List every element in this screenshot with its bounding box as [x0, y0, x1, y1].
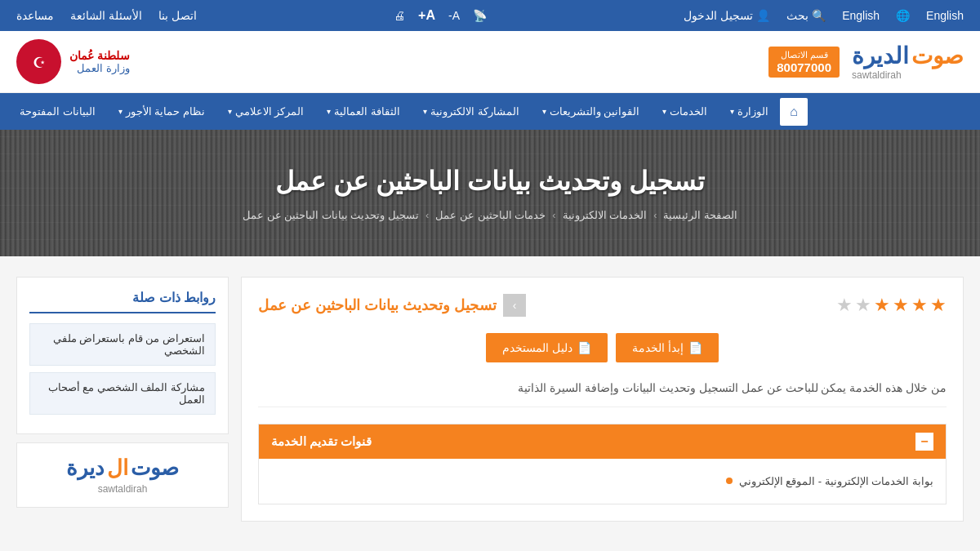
guide-icon: 📄 — [577, 341, 591, 354]
sawtaldirah-header-logo: صوت الديرة sawtaldirah — [852, 42, 964, 81]
nav-label-ministry: الوزارة — [737, 105, 768, 118]
star-2: ★ — [911, 295, 928, 316]
star-5: ★ — [855, 295, 871, 316]
related-link-2[interactable]: مشاركة الملف الشخصي مع أصحاب العمل — [29, 372, 216, 415]
sawt-sub-text: sawtaldirah — [852, 69, 964, 81]
breadcrumb: الصفحة الرئيسية › الخدمات الالكترونية › … — [243, 209, 737, 221]
service-title-block: › تسجيل وتحديث بيانات الباحثين عن عمل — [258, 294, 526, 317]
nav-item-wages[interactable]: نظام حماية الأجور ▾ — [107, 96, 216, 127]
phone-number: 80077000 — [777, 60, 831, 74]
caret-icon: ▾ — [327, 107, 331, 116]
header: صوت الديرة sawtaldirah قسم الاتصال 80077… — [0, 31, 980, 93]
star-1: ★ — [930, 295, 947, 316]
nav-label-laws: القوانين والتشريعات — [550, 105, 640, 118]
breadcrumb-sep: › — [653, 209, 657, 221]
sidebar: روابط ذات صلة استعراض من قام باستعراض مل… — [16, 277, 229, 522]
channels-body: بوابة الخدمات الإلكترونية - الموقع الإلك… — [259, 459, 946, 504]
oman-emblem: ☪ — [16, 39, 61, 84]
nav-label-wages: نظام حماية الأجور — [126, 105, 205, 118]
font-decrease-btn[interactable]: A- — [448, 9, 460, 22]
nav-item-opendata[interactable]: البيانات المفتوحة — [8, 96, 107, 127]
start-label: إبدأ الخدمة — [632, 341, 684, 354]
phone-label: قسم الاتصال — [777, 50, 831, 60]
top-bar-right: اتصل بنا الأسئلة الشائعة مساعدة — [16, 9, 197, 22]
caret-icon: ▾ — [730, 107, 734, 116]
service-title: تسجيل وتحديث بيانات الباحثين عن عمل — [258, 296, 497, 314]
channel-bullet — [726, 478, 733, 484]
sawtaldirah-sidebar-box: صوت ال ديرة sawtaldirah — [16, 442, 229, 508]
hero-title: تسجيل وتحديث بيانات الباحثين عن عمل — [243, 166, 737, 197]
ministry-logo: سلطنة عُمان وزارة العمل ☪ — [16, 39, 130, 84]
caret-icon: ▾ — [228, 107, 232, 116]
related-links-box: روابط ذات صلة استعراض من قام باستعراض مل… — [16, 277, 229, 434]
top-bar-center: 📡 A- A+ 🖨 — [394, 8, 487, 23]
hero-banner: تسجيل وتحديث بيانات الباحثين عن عمل الصف… — [0, 130, 980, 256]
sawtaldirah-dirah: ديرة — [66, 455, 105, 481]
star-4: ★ — [874, 295, 890, 316]
contact-link[interactable]: اتصل بنا — [158, 9, 197, 22]
faq-link[interactable]: الأسئلة الشائعة — [70, 9, 142, 22]
header-right: صوت الديرة sawtaldirah قسم الاتصال 80077… — [768, 42, 964, 81]
login-label: تسجيل الدخول — [684, 9, 753, 22]
sawt-orange-text: صوت — [911, 42, 964, 69]
nav-item-culture[interactable]: الثقافة العمالية ▾ — [315, 96, 412, 127]
ministry-line2: وزارة العمل — [69, 62, 130, 74]
print-icon[interactable]: 🖨 — [394, 9, 405, 22]
search-label: بحث — [786, 9, 808, 22]
ministry-line1: سلطنة عُمان — [69, 49, 130, 62]
svg-text:☪: ☪ — [33, 55, 46, 71]
breadcrumb-current: تسجيل وتحديث بيانات الباحثين عن عمل — [243, 209, 419, 221]
nav-label-participation: المشاركة الالكترونية — [430, 105, 519, 118]
nav-item-media[interactable]: المركز الاعلامي ▾ — [216, 96, 316, 127]
channels-header: − قنوات تقديم الخدمة — [259, 424, 946, 459]
breadcrumb-sep: › — [552, 209, 555, 221]
hero-content: تسجيل وتحديث بيانات الباحثين عن عمل الصف… — [243, 166, 737, 221]
star-3: ★ — [893, 295, 909, 316]
nav-item-participation[interactable]: المشاركة الالكترونية ▾ — [412, 96, 531, 127]
font-increase-btn[interactable]: A+ — [418, 8, 435, 23]
search-link[interactable]: 🔍 بحث — [786, 9, 826, 22]
channel-item: بوابة الخدمات الإلكترونية - الموقع الإلك… — [271, 471, 933, 491]
top-bar-left: English 🌐 English 🔍 بحث 👤 تسجيل الدخول — [684, 9, 964, 22]
sawtaldirah-logo: صوت ال ديرة sawtaldirah — [29, 455, 216, 495]
sawtaldirah-sub: sawtaldirah — [98, 483, 148, 495]
star-6: ★ — [836, 295, 853, 316]
language-switch[interactable]: English — [926, 9, 964, 22]
caret-icon: ▾ — [423, 107, 427, 116]
main-content: ★ ★ ★ ★ ★ ★ › تسجيل وتحديث بيانات الباحث… — [0, 256, 980, 542]
nav-label-services: الخدمات — [670, 105, 707, 118]
channels-title: قنوات تقديم الخدمة — [271, 434, 372, 449]
help-link[interactable]: مساعدة — [16, 9, 54, 22]
rss-icon[interactable]: 📡 — [473, 9, 487, 22]
breadcrumb-home[interactable]: الصفحة الرئيسية — [663, 209, 737, 221]
rating-stars: ★ ★ ★ ★ ★ ★ — [836, 295, 947, 316]
user-icon: 👤 — [756, 9, 770, 22]
channels-toggle-btn[interactable]: − — [915, 433, 933, 451]
service-header: ★ ★ ★ ★ ★ ★ › تسجيل وتحديث بيانات الباحث… — [258, 294, 947, 317]
related-title: روابط ذات صلة — [29, 290, 216, 313]
service-arrow-btn[interactable]: › — [503, 294, 526, 317]
search-icon: 🔍 — [812, 9, 826, 22]
nav-item-laws[interactable]: القوانين والتشريعات ▾ — [531, 96, 652, 127]
language-globe-icon: 🌐 — [896, 9, 910, 22]
service-description: من خلال هذه الخدمة يمكن للباحث عن عمل ال… — [258, 379, 947, 407]
login-link[interactable]: 👤 تسجيل الدخول — [684, 9, 770, 22]
nav-label-media: المركز الاعلامي — [235, 105, 305, 118]
caret-icon: ▾ — [542, 107, 546, 116]
header-left: سلطنة عُمان وزارة العمل ☪ — [16, 39, 130, 84]
related-link-1[interactable]: استعراض من قام باستعراض ملفي الشخصي — [29, 323, 216, 366]
top-bar: English 🌐 English 🔍 بحث 👤 تسجيل الدخول 📡… — [0, 0, 980, 31]
start-service-button[interactable]: 📄 إبدأ الخدمة — [616, 333, 719, 362]
content-area: ★ ★ ★ ★ ★ ★ › تسجيل وتحديث بيانات الباحث… — [241, 277, 964, 522]
breadcrumb-eservices[interactable]: الخدمات الالكترونية — [563, 209, 648, 221]
sawtaldirah-sawt: صوت — [131, 455, 179, 481]
nav-home-button[interactable]: ⌂ — [780, 98, 808, 126]
breadcrumb-jobseekers[interactable]: خدمات الباحثين عن عمل — [435, 209, 546, 221]
language-label[interactable]: English — [842, 9, 880, 22]
channel-text: بوابة الخدمات الإلكترونية - الموقع الإلك… — [739, 475, 933, 487]
nav-item-ministry[interactable]: الوزارة ▾ — [719, 96, 780, 127]
user-guide-button[interactable]: 📄 دليل المستخدم — [486, 333, 608, 362]
nav-item-services[interactable]: الخدمات ▾ — [651, 96, 719, 127]
caret-icon: ▾ — [662, 107, 666, 116]
guide-label: دليل المستخدم — [502, 341, 572, 354]
